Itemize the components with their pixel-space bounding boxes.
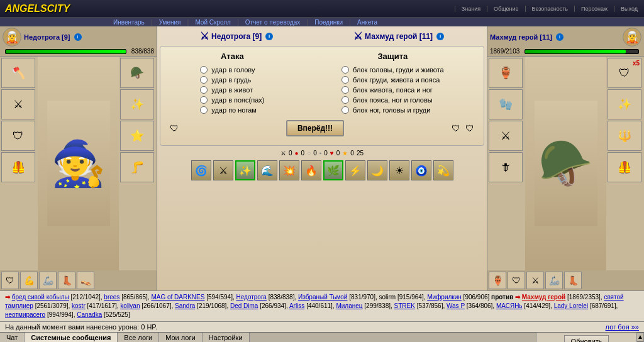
left-hp-bar (6, 50, 126, 53)
right-eq-bottom-5[interactable]: 👢 (564, 272, 582, 289)
tab-all-logs[interactable]: Все логи (118, 333, 159, 342)
action-icon-9[interactable]: 🌙 (367, 160, 387, 180)
log-link-sandra[interactable]: Sandra (175, 302, 195, 309)
action-icon-3[interactable]: ✨ (235, 160, 255, 180)
log-link-mifril[interactable]: Мифрилкин (427, 294, 462, 301)
right-player-info-icon[interactable]: i (556, 33, 564, 41)
nav-link-scroll[interactable]: Мой Скролл (195, 19, 231, 26)
defense-3-radio[interactable] (341, 86, 349, 94)
log-link-mahmud[interactable]: Махмуд герой (522, 294, 565, 301)
forward-button[interactable]: Вперёд!!! (286, 120, 344, 136)
defense-belt-legs-head[interactable]: блок пояса, ног и головы (341, 96, 444, 104)
tab-settings[interactable]: Настройки (203, 333, 250, 342)
left-eq-bottom-5[interactable]: 👡 (77, 272, 94, 289)
refresh-button[interactable]: Обновить (564, 335, 609, 342)
attack-groin[interactable]: удар в пояс(пах) (200, 96, 264, 104)
left-eq-right-2[interactable]: ✨ (120, 89, 154, 119)
left-eq-bottom-3[interactable]: 🦾 (39, 272, 57, 289)
defense-chest-stomach-belt[interactable]: блок груди, живота и пояса (341, 76, 444, 84)
log-link-lady[interactable]: Lady Lorelei (554, 302, 588, 309)
left-eq-slot-2[interactable]: ⚔ (1, 89, 35, 119)
action-icon-8[interactable]: ⚡ (345, 160, 365, 180)
log-link-arliss[interactable]: Arliss (289, 302, 304, 309)
attack-groin-radio[interactable] (200, 96, 208, 104)
right-eq-right-2[interactable]: ✨ (608, 89, 641, 119)
right-eq-left-3[interactable]: ⚔ (489, 121, 523, 151)
left-eq-slot-4[interactable]: 🦺 (1, 152, 35, 182)
right-eq-bottom-1[interactable]: 🏺 (489, 272, 506, 289)
tab-system[interactable]: Системные сообщения (25, 333, 118, 342)
right-eq-right-3[interactable]: 🔱 (608, 121, 641, 151)
log-link-koliyan[interactable]: koliyan (120, 302, 140, 309)
action-icon-1[interactable]: 🌀 (191, 160, 211, 180)
tab-my-logs[interactable]: Мои логи (159, 333, 202, 342)
left-eq-slot-1[interactable]: 🪓 (1, 58, 35, 88)
right-eq-right-1[interactable]: 🛡 x5 (608, 58, 641, 88)
left-player-info-icon[interactable]: i (74, 33, 82, 41)
defense-stomach-belt-legs[interactable]: блок живота, пояса и ног (341, 86, 444, 94)
attack-stomach[interactable]: удар в живот (200, 86, 264, 94)
left-eq-bottom-1[interactable]: 🛡 (1, 272, 19, 289)
nav-link-inventory[interactable]: Инвентарь (113, 19, 145, 26)
log-link[interactable]: лог боя »» (606, 323, 639, 331)
left-eq-right-3[interactable]: ⭐ (120, 121, 154, 151)
right-eq-bottom-4[interactable]: 🦾 (545, 272, 563, 289)
left-eq-bottom-4[interactable]: 👢 (58, 272, 75, 289)
log-link-brees[interactable]: brees (104, 294, 119, 301)
log-link-wasp[interactable]: Was P (447, 302, 465, 309)
log-link-nedotroga[interactable]: Недотрога (236, 294, 266, 301)
defense-4-radio[interactable] (341, 96, 349, 104)
action-icon-2[interactable]: ⚔ (213, 160, 233, 180)
defense-2-radio[interactable] (341, 76, 349, 84)
attack-legs[interactable]: удар по ногам (200, 106, 264, 114)
right-eq-left-2[interactable]: 🧤 (489, 89, 523, 119)
attack-head[interactable]: удар в голову (200, 66, 264, 74)
vs-left-info[interactable]: i (265, 33, 273, 40)
log-link-izbran[interactable]: Избраный Тьмой (298, 294, 348, 301)
action-icon-10[interactable]: ☀ (389, 160, 409, 180)
log-link-deddima[interactable]: Ded Dima (230, 302, 258, 309)
action-icon-11[interactable]: 🧿 (411, 160, 431, 180)
attack-chest[interactable]: удар в грудь (200, 76, 264, 84)
defense-5-radio[interactable] (341, 106, 349, 114)
defense-1-radio[interactable] (341, 66, 349, 74)
right-eq-bottom-3[interactable]: ⚔ (526, 272, 544, 289)
attack-column: Атака удар в голову удар в грудь удар в … (200, 52, 264, 114)
log-link-masyan[interactable]: МАСЯНь (496, 302, 523, 309)
log-link-kostr[interactable]: kostr (72, 302, 86, 309)
attack-chest-radio[interactable] (200, 76, 208, 84)
defense-legs-head-chest[interactable]: блок ног, головы и груди (341, 106, 444, 114)
action-icon-4[interactable]: 🌊 (257, 160, 277, 180)
tab-chat[interactable]: Чат (0, 333, 25, 342)
nav-link-duels[interactable]: Поединки (314, 19, 343, 26)
chat-scrollbar[interactable]: ▲ ▼ (636, 333, 644, 342)
log-link-bred[interactable]: бред сивой кобылы (12, 294, 69, 301)
action-icon-12[interactable]: 💫 (433, 160, 453, 180)
left-eq-right-1[interactable]: 🪖 (120, 58, 154, 88)
action-icon-5[interactable]: 💥 (279, 160, 299, 180)
right-eq-right-4[interactable]: 🦺 (608, 152, 641, 182)
nav-link-anketa[interactable]: Анкета (357, 19, 377, 26)
action-icon-6[interactable]: 🔥 (301, 160, 321, 180)
attack-legs-radio[interactable] (200, 106, 208, 114)
log-link-neot[interactable]: неотмирасего (5, 311, 45, 318)
nav-link-skills[interactable]: Умения (159, 19, 181, 26)
action-icon-7[interactable]: 🌿 (323, 160, 343, 180)
log-link-strek[interactable]: STREK (394, 302, 415, 309)
left-eq-right-4[interactable]: 🦵 (120, 152, 154, 182)
attack-head-radio[interactable] (200, 66, 208, 74)
left-eq-bottom-2[interactable]: 💪 (20, 272, 38, 289)
log-link-canadka[interactable]: Canadka (77, 311, 102, 318)
right-eq-left-1[interactable]: 🏺 (489, 58, 523, 88)
left-eq-slot-3[interactable]: 🛡 (1, 121, 35, 151)
log-link-milanec[interactable]: Миланец (336, 302, 362, 309)
right-eq-bottom-2[interactable]: 🛡 (508, 272, 525, 289)
defense-column: Защита блок головы, груди и живота блок … (341, 52, 444, 114)
vs-right-info[interactable]: i (436, 33, 444, 40)
nav-link-report[interactable]: Отчет о переводах (245, 19, 301, 26)
scroll-up[interactable]: ▲ (637, 333, 643, 340)
defense-head-chest-stomach[interactable]: блок головы, груди и живота (341, 66, 444, 74)
right-eq-left-4[interactable]: 🗡 (489, 152, 523, 182)
attack-stomach-radio[interactable] (200, 86, 208, 94)
log-link-mag[interactable]: MAG of DARKNES (151, 294, 204, 301)
